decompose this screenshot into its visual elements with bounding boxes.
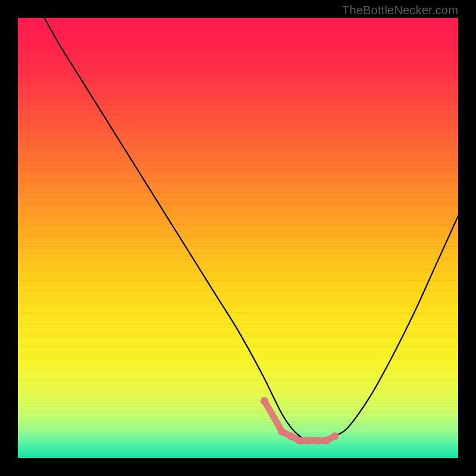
watermark-text: TheBottleNecker.com [342,4,458,17]
marker-dot [314,437,321,444]
marker-dot [296,437,303,444]
marker-dot [331,433,339,440]
marker-dot [322,437,330,444]
chart-container: TheBottleNecker.com [0,0,476,476]
bottleneck-curve [18,18,458,458]
marker-dot [261,397,268,405]
plot-area [18,18,458,458]
marker-dot [287,433,295,440]
marker-band [264,401,334,441]
marker-dot [305,437,312,444]
marker-dot [278,428,286,436]
curve-path [44,18,458,441]
